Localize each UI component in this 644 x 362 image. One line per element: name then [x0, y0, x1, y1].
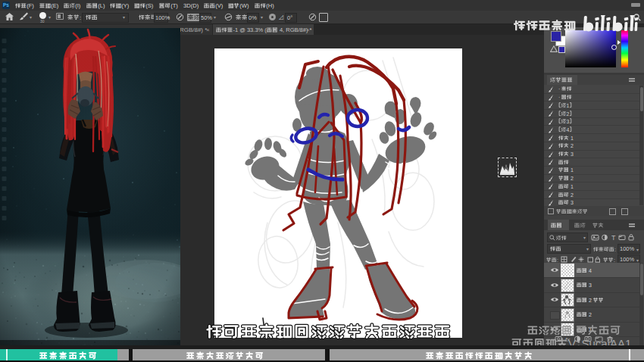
svg-text:(W): (W) [239, 2, 249, 9]
svg-text:4: 4 [587, 267, 592, 273]
svg-text:·: · [558, 95, 561, 100]
svg-text:(H): (H) [266, 2, 274, 9]
svg-text:3: 3 [569, 200, 574, 205]
svg-text:(Y): (Y) [121, 2, 130, 9]
svg-text:·: · [558, 86, 561, 92]
svg-text:2: 2 [587, 312, 592, 317]
svg-text::: : [614, 246, 616, 251]
svg-text:3: 3 [587, 282, 592, 288]
svg-text::: : [557, 257, 558, 262]
svg-text:4: 4 [567, 127, 570, 133]
svg-text:2: 2 [569, 143, 574, 148]
svg-text:3: 3 [567, 119, 570, 124]
svg-text:T: T [611, 234, 616, 241]
svg-text:(S): (S) [146, 2, 155, 9]
svg-text:(F): (F) [27, 2, 34, 9]
svg-text:1: 1 [569, 167, 574, 173]
svg-text:1: 1 [569, 184, 574, 189]
svg-text:(V): (V) [215, 2, 224, 9]
svg-text:2: 2 [587, 297, 593, 302]
svg-text:-1 @ 33.3% (: -1 @ 33.3% ( [233, 27, 267, 33]
svg-text:2: 2 [567, 111, 570, 116]
svg-text::: : [80, 14, 81, 21]
svg-text:2: 2 [569, 192, 574, 197]
svg-text:(L): (L) [98, 2, 105, 9]
svg-text:(T): (T) [170, 2, 178, 9]
svg-text:1: 1 [567, 103, 570, 108]
svg-text:(I): (I) [75, 2, 81, 9]
svg-text::: : [614, 257, 615, 262]
svg-text:3D(D): 3D(D) [183, 2, 199, 9]
svg-text:1: 1 [569, 135, 574, 140]
svg-text:(E): (E) [51, 2, 59, 9]
svg-text:2: 2 [569, 176, 574, 181]
svg-text:3: 3 [569, 151, 574, 157]
